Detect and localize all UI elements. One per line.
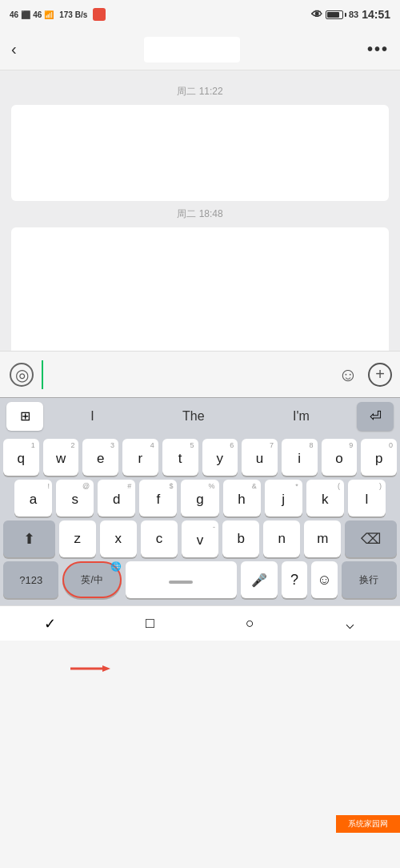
signal-text-2: 46 [33, 10, 42, 19]
battery-percent: 83 [349, 10, 358, 19]
question-key[interactable]: ? [282, 561, 307, 598]
keyboard-row-1: 1q 2w 3e 4r 5t 6y 7u 8i 9o 0p [3, 439, 397, 476]
key-b[interactable]: b [222, 520, 259, 557]
signal-bars: ⬛ [21, 10, 30, 19]
message-bubble-2 [11, 227, 389, 351]
voice-icon: ◎ [10, 363, 34, 387]
autocomplete-suggestions: I The I'm [43, 406, 357, 427]
emoji-button[interactable]: ☺ [334, 361, 362, 388]
nav-arrow-button[interactable]: ⌵ [333, 606, 368, 641]
key-i[interactable]: 8i [282, 439, 318, 476]
keyboard: 1q 2w 3e 4r 5t 6y 7u 8i 9o 0p !a @s #d $… [0, 434, 400, 605]
arrow-icon: ⌵ [346, 615, 354, 633]
grid-icon: ⊞ [20, 408, 30, 424]
suggestion-3[interactable]: I'm [286, 406, 316, 427]
key-n[interactable]: n [263, 520, 300, 557]
keyboard-row-2: !a @s #d $f %g &h *j (k )l [3, 480, 397, 516]
add-icon: + [375, 365, 385, 384]
key-f[interactable]: $f [139, 480, 177, 516]
keyboard-row-4: ?123 英/中 🌐 🎤 ? ☺ 换行 [3, 561, 397, 598]
space-key[interactable] [126, 561, 237, 598]
status-bar: 46 ⬛ 46 📶 173 B/s 👁 83 14:51 [0, 0, 400, 29]
key-k[interactable]: (k [306, 480, 344, 516]
wifi-icon: 📶 [44, 10, 54, 19]
symbols-key[interactable]: ?123 [3, 561, 58, 598]
emoji-keyboard-key[interactable]: ☺ [311, 561, 337, 598]
question-label: ? [290, 572, 298, 589]
emoji-keyboard-icon: ☺ [317, 572, 331, 589]
key-t[interactable]: 5t [162, 439, 198, 476]
backspace-key[interactable]: ⌫ [345, 520, 397, 557]
data-speed: 173 B/s [59, 10, 87, 19]
eye-icon: 👁 [311, 8, 322, 21]
enter-key[interactable]: 换行 [342, 561, 397, 598]
nav-square-button[interactable]: □ [133, 606, 168, 641]
watermark-text: 系统家园网 [348, 818, 388, 830]
key-d[interactable]: #d [98, 480, 135, 516]
more-options-button[interactable]: ••• [367, 40, 389, 58]
timestamp-1: 周二 11:22 [11, 85, 389, 98]
back-button[interactable]: ‹ [11, 40, 17, 58]
key-h[interactable]: &h [223, 480, 261, 516]
language-switch-key[interactable]: 英/中 🌐 [62, 561, 121, 598]
input-bar: ◎ ☺ + [0, 351, 400, 397]
signal-indicators: 46 ⬛ 46 📶 173 B/s [10, 8, 106, 21]
lang-label: 英/中 [81, 573, 102, 587]
return-icon: ⏎ [370, 408, 382, 425]
keyboard-row-3: ⬆ z x c -v b n m ⌫ [3, 520, 397, 557]
text-input-field[interactable] [42, 360, 328, 389]
signal-text: 46 [10, 10, 18, 19]
shift-key[interactable]: ⬆ [3, 520, 55, 557]
key-a[interactable]: !a [14, 480, 52, 516]
voice-input-button[interactable]: ◎ [8, 361, 35, 388]
red-arrow-overlay [70, 665, 110, 672]
key-g[interactable]: %g [181, 480, 218, 516]
circle-icon: ○ [246, 615, 254, 632]
symbols-label: ?123 [19, 574, 42, 586]
key-p[interactable]: 0p [361, 439, 397, 476]
key-y[interactable]: 6y [202, 439, 238, 476]
space-label [169, 581, 193, 584]
key-c[interactable]: c [141, 520, 178, 557]
enter-label: 换行 [359, 573, 378, 587]
return-key-autocomplete[interactable]: ⏎ [357, 402, 394, 431]
time-display: 14:51 [362, 8, 390, 21]
key-l[interactable]: )l [348, 480, 386, 516]
key-e[interactable]: 3e [82, 439, 118, 476]
square-icon: □ [146, 615, 154, 632]
key-x[interactable]: x [100, 520, 137, 557]
suggestion-2[interactable]: The [176, 406, 211, 427]
grid-toggle-button[interactable]: ⊞ [6, 402, 43, 431]
globe-icon: 🌐 [110, 561, 122, 572]
add-button[interactable]: + [368, 363, 392, 387]
timestamp-2: 周二 18:48 [11, 207, 389, 221]
key-z[interactable]: z [59, 520, 96, 557]
chat-header: ‹ ••• [0, 29, 400, 70]
mic-icon: 🎤 [251, 573, 267, 588]
key-u[interactable]: 7u [242, 439, 278, 476]
shift-icon: ⬆ [23, 530, 35, 548]
contact-name [144, 37, 240, 62]
backspace-icon: ⌫ [361, 530, 381, 548]
suggestion-1[interactable]: I [84, 406, 100, 427]
emoji-icon: ☺ [338, 364, 358, 386]
key-m[interactable]: m [304, 520, 341, 557]
nav-circle-button[interactable]: ○ [233, 606, 268, 641]
check-icon: ✓ [44, 615, 56, 633]
nav-check-button[interactable]: ✓ [33, 606, 68, 641]
key-q[interactable]: 1q [3, 439, 39, 476]
red-arrow-shape [70, 665, 110, 672]
key-w[interactable]: 2w [43, 439, 79, 476]
app-icon [93, 8, 106, 21]
bottom-nav: ✓ □ ○ ⌵ [0, 605, 400, 641]
key-s[interactable]: @s [56, 480, 94, 516]
key-v[interactable]: -v [182, 520, 218, 557]
key-o[interactable]: 9o [322, 439, 358, 476]
microphone-key[interactable]: 🎤 [241, 561, 278, 598]
key-j[interactable]: *j [265, 480, 302, 516]
status-right: 👁 83 14:51 [311, 8, 390, 21]
key-r[interactable]: 4r [122, 439, 158, 476]
autocomplete-bar: ⊞ I The I'm ⏎ [0, 397, 400, 434]
chat-area: 周二 11:22 周二 18:48 [0, 70, 400, 351]
message-bubble-1 [11, 105, 389, 201]
